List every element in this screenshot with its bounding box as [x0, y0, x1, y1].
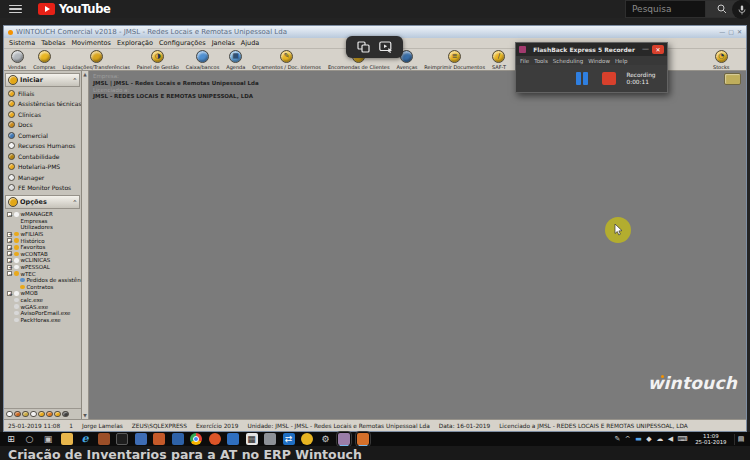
hamburger-menu-icon[interactable] — [9, 5, 22, 14]
tree-item[interactable]: calc.exe — [4, 297, 81, 304]
tree-item[interactable]: AvisoPorEmail.exe — [4, 310, 81, 317]
status-dot-icon[interactable] — [6, 411, 13, 418]
status-dot-icon[interactable] — [14, 411, 21, 418]
toolbar-button[interactable]: / SAF-T — [492, 50, 506, 70]
start-icon[interactable]: ⊞ — [5, 433, 17, 445]
status-dot-icon[interactable] — [46, 411, 53, 418]
status-dot-icon[interactable] — [54, 411, 61, 418]
taskbar-clock[interactable]: 11:09 25-01-2019 — [695, 433, 726, 445]
action-center-icon[interactable]: ▤ — [734, 434, 747, 445]
tree-expander-icon[interactable] — [7, 238, 12, 243]
edge-icon[interactable]: e — [79, 433, 91, 445]
tree-expander-icon[interactable] — [7, 212, 12, 217]
app-icon-purple-active[interactable] — [338, 433, 350, 445]
tree-expander-icon[interactable] — [7, 291, 12, 296]
recorder-menu-item[interactable]: Scheduling — [553, 58, 583, 64]
menu-item[interactable]: Movimentos — [71, 39, 111, 47]
sidebar-header-opcoes[interactable]: Opções ^ — [5, 195, 80, 209]
tree-expander-icon[interactable] — [7, 245, 12, 250]
youtube-logo[interactable]: YouTube — [38, 2, 110, 16]
sidebar-item[interactable]: Comercial — [4, 130, 81, 141]
workspace-corner-button[interactable] — [724, 73, 741, 85]
tree-item[interactable]: wCONTAB — [4, 251, 81, 258]
sidebar-item[interactable]: Clínicas — [4, 109, 81, 120]
status-dot-icon[interactable] — [38, 411, 45, 418]
tree-item[interactable]: wTEC — [4, 270, 81, 277]
app-icon-gray[interactable] — [264, 433, 276, 445]
menu-item[interactable]: Exploração — [117, 39, 153, 47]
sidebar-item[interactable]: Hotelaria-PMS — [4, 162, 81, 173]
scroll-down-icon[interactable]: ▼ — [83, 413, 86, 418]
stop-button[interactable] — [602, 72, 616, 85]
tree-item[interactable]: wPESSOAL — [4, 264, 81, 271]
tree-item[interactable]: PackHoras.exe — [4, 317, 81, 324]
app-icon-blue-doc[interactable] — [227, 433, 239, 445]
menu-item[interactable]: Ajuda — [241, 39, 259, 47]
search-icon[interactable]: ○ — [24, 433, 36, 445]
chevron-up-icon[interactable]: ^ — [625, 433, 631, 445]
tree-item[interactable]: Utilizadores — [4, 224, 81, 231]
tree-expander-icon[interactable] — [7, 251, 12, 256]
recorder-menu-item[interactable]: File — [520, 58, 529, 64]
menu-item[interactable]: Tabelas — [41, 39, 65, 47]
volume-icon[interactable]: ◀ — [668, 433, 673, 445]
menu-item[interactable]: Configurações — [159, 39, 206, 47]
pip-play-icon[interactable] — [379, 41, 393, 53]
app-icon-blue-person[interactable] — [172, 433, 184, 445]
toolbar-button[interactable]: ▦ Agenda — [226, 50, 245, 70]
cast-icon[interactable] — [357, 41, 370, 53]
tree-item[interactable]: Favoritos — [4, 244, 81, 251]
tree-item[interactable]: wGAS.exe — [4, 303, 81, 310]
maximize-icon[interactable]: ▢ — [728, 29, 734, 35]
sidebar-item[interactable]: Manager — [4, 172, 81, 183]
sidebar-header-iniciar[interactable]: Iniciar ^ — [5, 73, 80, 87]
sidebar-scrollbar[interactable]: ▲ ▼ — [82, 71, 89, 419]
tree-item[interactable]: Contratos — [4, 284, 81, 291]
tree-item[interactable]: wMANAGER — [4, 211, 81, 218]
defender-shield-icon[interactable]: ◆ — [646, 433, 651, 445]
tree-expander-icon[interactable] — [7, 232, 12, 237]
toolbar-button[interactable]: Caixa/bancos — [186, 50, 219, 70]
recorder-menu-item[interactable]: Tools — [534, 58, 548, 64]
outlook-icon[interactable] — [153, 433, 165, 445]
status-dot-icon[interactable] — [62, 411, 69, 418]
pause-button[interactable] — [576, 72, 588, 85]
voice-search-button[interactable] — [732, 0, 750, 19]
recorder-menu-item[interactable]: Help — [615, 58, 628, 64]
tree-expander-icon[interactable] — [7, 258, 12, 263]
menu-item[interactable]: Janelas — [212, 39, 235, 47]
tree-item[interactable]: Histórico — [4, 237, 81, 244]
tree-expander-icon[interactable] — [7, 265, 12, 270]
search-input[interactable] — [625, 0, 705, 18]
sidebar-item[interactable]: FE Monitor Postos — [4, 183, 81, 194]
pen-icon[interactable]: ✎ — [614, 433, 620, 445]
file-explorer-icon[interactable] — [61, 433, 73, 445]
sidebar-item[interactable]: Assistências técnicas — [4, 99, 81, 110]
calculator-icon[interactable]: ▦ — [246, 433, 258, 445]
status-dot-icon[interactable] — [22, 411, 29, 418]
toolbar-button[interactable]: ✎ Orçamentos / Doc. internos — [252, 50, 321, 70]
app-icon-red-ball[interactable] — [209, 433, 221, 445]
close-icon[interactable]: ✕ — [737, 29, 742, 35]
tree-item[interactable]: Pedidos de assistência — [4, 277, 81, 284]
tree-expander-icon[interactable] — [7, 271, 12, 276]
sidebar-item[interactable]: Docs — [4, 120, 81, 131]
settings-gear-icon[interactable]: ⚙ — [320, 433, 332, 445]
toolbar-button[interactable]: Liquidações/Transferências — [62, 50, 129, 70]
toolbar-button[interactable]: Vendas — [8, 50, 26, 70]
tree-item[interactable]: wFILIAIS — [4, 231, 81, 238]
sidebar-item[interactable]: Contabilidade — [4, 151, 81, 162]
tree-item[interactable]: Empresas — [4, 218, 81, 225]
app-icon-brown[interactable] — [98, 433, 110, 445]
toolbar-button[interactable]: ◑ Painel de Gestão — [137, 50, 179, 70]
minimize-icon[interactable]: — — [719, 29, 725, 35]
ime-keyboard-icon[interactable]: ⌨ — [678, 433, 688, 445]
recorder-close-icon[interactable]: ✕ — [652, 45, 664, 54]
tree-item[interactable]: wMOB — [4, 290, 81, 297]
terminal-icon[interactable] — [116, 433, 128, 445]
sidebar-item[interactable]: Filiais — [4, 88, 81, 99]
app-icon-blue-badge[interactable] — [135, 433, 147, 445]
recorder-title-bar[interactable]: FlashBack Express 5 Recorder — ✕ — [516, 43, 667, 56]
status-dot-icon[interactable] — [30, 411, 37, 418]
network-icon[interactable]: ▬ — [635, 433, 642, 445]
